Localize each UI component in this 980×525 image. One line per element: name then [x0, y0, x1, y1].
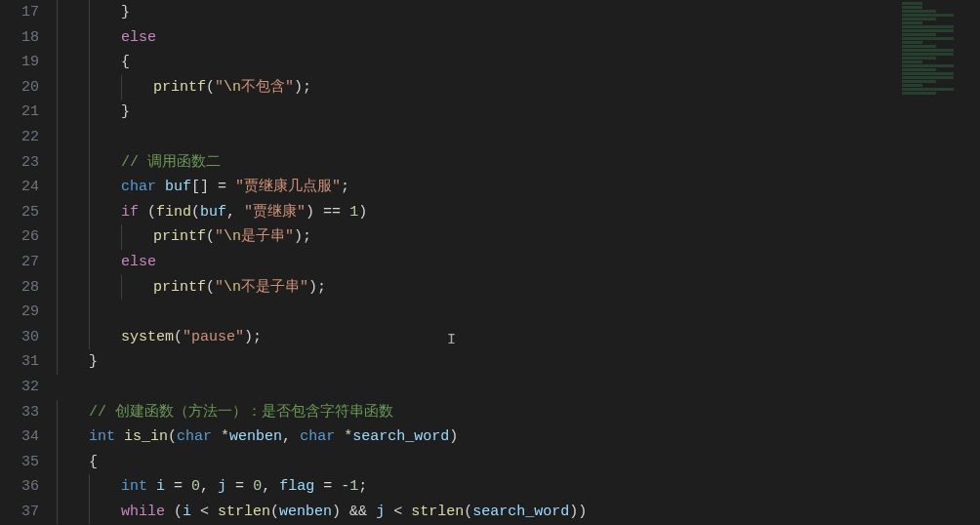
line-number: 20: [0, 75, 39, 101]
token-num: 1: [349, 204, 358, 221]
token-op: *: [212, 428, 229, 445]
code-line[interactable]: while (i < strlen(wenben) && j < strlen(…: [57, 500, 980, 525]
token-type: int: [89, 428, 115, 445]
token-op: );: [308, 279, 326, 296]
token-func: printf: [153, 79, 206, 96]
code-line[interactable]: }: [57, 349, 980, 375]
token-brace: }: [121, 4, 130, 20]
code-line[interactable]: {: [57, 450, 980, 475]
token-op: (: [139, 204, 156, 221]
token-var: wenben: [229, 428, 282, 445]
token-var: buf: [165, 179, 191, 195]
code-line[interactable]: else: [57, 250, 980, 275]
token-escape: \n: [224, 279, 241, 296]
token-type: char: [121, 179, 156, 195]
token-op: ;: [358, 478, 367, 495]
token-string: ": [215, 279, 224, 296]
token-keyword: while: [121, 504, 165, 520]
code-line[interactable]: char buf[] = "贾继康几点服";: [57, 175, 980, 200]
line-number: 37: [0, 500, 39, 525]
token-op: ,: [262, 478, 279, 495]
token-brace: {: [121, 54, 130, 70]
code-line[interactable]: printf("\n不包含");: [57, 75, 980, 101]
token-num: 1: [349, 478, 358, 495]
text-cursor-icon: I: [447, 332, 448, 349]
token-op: ,: [226, 204, 244, 221]
token-op: ): [449, 428, 458, 445]
token-op: [156, 179, 165, 195]
code-line[interactable]: int i = 0, j = 0, flag = -1;: [57, 474, 980, 500]
line-number: 29: [0, 300, 39, 325]
line-number: 27: [0, 250, 39, 275]
token-type: char: [300, 428, 335, 445]
line-number-gutter: 1718192021222324252627282930313233343536…: [0, 0, 57, 525]
token-comment: // 创建函数（方法一）：是否包含字符串函数: [89, 404, 393, 421]
code-line[interactable]: [57, 125, 980, 150]
token-op: (: [191, 204, 200, 221]
code-line[interactable]: {: [57, 50, 980, 75]
token-type: char: [177, 428, 212, 445]
token-op: [] =: [191, 179, 235, 195]
code-line[interactable]: printf("\n不是子串");: [57, 275, 980, 301]
line-number: 19: [0, 50, 39, 75]
token-type: int: [121, 478, 147, 495]
token-var: i: [156, 478, 165, 495]
token-string: 不是子串": [241, 279, 308, 296]
code-line[interactable]: }: [57, 0, 980, 25]
token-brace: {: [89, 454, 98, 470]
line-number: 36: [0, 474, 39, 500]
code-area[interactable]: I }else{printf("\n不包含");}// 调用函数二char bu…: [57, 0, 980, 525]
line-number: 18: [0, 25, 39, 51]
token-op: ,: [282, 428, 300, 445]
token-func: is_in: [124, 428, 168, 445]
token-op: (: [206, 279, 215, 296]
token-var: flag: [279, 478, 314, 495]
line-number: 17: [0, 0, 39, 25]
line-number: 28: [0, 275, 39, 301]
line-number: 32: [0, 375, 39, 400]
token-keyword: else: [121, 29, 156, 46]
token-var: i: [183, 504, 191, 520]
code-line[interactable]: [57, 375, 980, 400]
token-op: ;: [341, 179, 349, 195]
token-keyword: if: [121, 204, 139, 221]
code-line[interactable]: // 调用函数二: [57, 150, 980, 176]
line-number: 22: [0, 125, 39, 150]
code-line[interactable]: printf("\n是子串");: [57, 224, 980, 250]
token-op: (: [168, 428, 177, 445]
token-func: strlen: [218, 504, 270, 520]
token-op: (: [174, 329, 183, 345]
vertical-scrollbar[interactable]: [966, 0, 980, 525]
code-editor[interactable]: 1718192021222324252627282930313233343536…: [0, 0, 980, 525]
token-op: [115, 428, 124, 445]
token-func: strlen: [411, 504, 464, 520]
token-keyword: else: [121, 254, 156, 270]
line-number: 34: [0, 424, 39, 450]
token-brace: }: [121, 103, 130, 120]
token-op: )): [569, 504, 587, 520]
token-var: buf: [200, 204, 226, 221]
token-var: wenben: [279, 504, 332, 520]
code-line[interactable]: else: [57, 25, 980, 51]
token-op: ,: [200, 478, 218, 495]
token-comment: // 调用函数二: [121, 154, 221, 171]
code-line[interactable]: if (find(buf, "贾继康") == 1): [57, 200, 980, 225]
token-string: "贾继康几点服": [235, 179, 341, 195]
token-op: [147, 478, 156, 495]
token-var: j: [218, 478, 226, 495]
code-line[interactable]: // 创建函数（方法一）：是否包含字符串函数: [57, 400, 980, 425]
code-line[interactable]: [57, 300, 980, 325]
code-line[interactable]: }: [57, 100, 980, 125]
line-number: 21: [0, 100, 39, 125]
code-line[interactable]: system("pause");: [57, 325, 980, 350]
token-op: (: [270, 504, 279, 520]
token-op: ) ==: [306, 204, 349, 221]
token-var: search_word: [472, 504, 569, 520]
token-brace: }: [89, 353, 98, 370]
line-number: 35: [0, 450, 39, 475]
line-number: 23: [0, 150, 39, 176]
code-line[interactable]: int is_in(char *wenben, char *search_wor…: [57, 424, 980, 450]
token-op: (: [165, 504, 183, 520]
line-number: 26: [0, 224, 39, 250]
token-op: );: [294, 228, 311, 245]
